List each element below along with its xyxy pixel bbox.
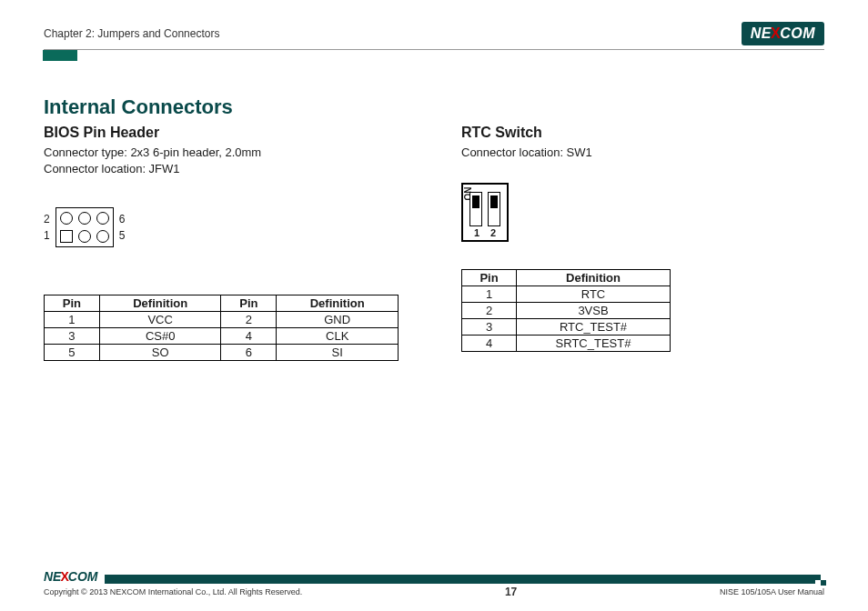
bios-desc-line2: Connector location: JFW1 — [44, 161, 407, 177]
rtc-desc: Connector location: SW1 — [461, 145, 824, 161]
bios-section: BIOS Pin Header Connector type: 2x3 6-pi… — [44, 125, 407, 361]
footer-logo: NEXCOM — [44, 569, 105, 584]
switch-num-1: 1 — [474, 227, 479, 238]
bios-desc: Connector type: 2x3 6-pin header, 2.0mm … — [44, 145, 407, 176]
pin-circle-icon — [96, 212, 109, 225]
table-row: 1 RTC — [462, 285, 671, 302]
brand-logo: NEXCOM — [742, 22, 824, 45]
pin-square-icon — [60, 230, 73, 243]
copyright-text: Copyright © 2013 NEXCOM International Co… — [44, 587, 302, 596]
rtc-switch-diagram: ON 1 2 — [461, 183, 824, 242]
pin-label-bottom-left: 1 — [44, 229, 50, 242]
manual-name: NISE 105/105A User Manual — [720, 587, 824, 596]
th-pin: Pin — [462, 269, 517, 285]
switch-num-2: 2 — [490, 227, 496, 238]
dip-switch-icon — [469, 192, 482, 226]
dip-switch-icon — [488, 192, 500, 226]
pin-label-bottom-right: 5 — [119, 229, 126, 242]
rtc-heading: RTC Switch — [461, 125, 824, 141]
page-footer: NEXCOM Copyright © 2013 NEXCOM Internati… — [44, 575, 824, 598]
table-row: 5 SO 6 SI — [45, 345, 399, 361]
brand-text-pre: NE — [751, 25, 772, 42]
table-row: 2 3VSB — [462, 302, 671, 318]
table-row: 3 RTC_TEST# — [462, 318, 671, 335]
footer-pattern-icon — [815, 575, 826, 586]
pin-circle-icon — [96, 230, 109, 243]
bios-pin-table: Pin Definition Pin Definition 1 VCC 2 GN… — [44, 295, 399, 361]
bios-desc-line1: Connector type: 2x3 6-pin header, 2.0mm — [44, 145, 407, 161]
accent-bar — [43, 50, 77, 61]
pin-circle-icon — [60, 212, 73, 225]
chapter-title: Chapter 2: Jumpers and Connectors — [44, 27, 219, 40]
table-row: 1 VCC 2 GND — [45, 312, 399, 328]
brand-text-post: COM — [780, 25, 815, 42]
page-header: Chapter 2: Jumpers and Connectors NEXCOM — [44, 22, 824, 50]
footer-bar — [44, 575, 824, 584]
page-heading: Internal Connectors — [44, 95, 824, 119]
table-row: 3 CS#0 4 CLK — [45, 328, 399, 345]
page-number: 17 — [505, 586, 517, 598]
pin-circle-icon — [78, 212, 91, 225]
th-pin: Pin — [221, 295, 277, 312]
table-row: 4 SRTC_TEST# — [462, 335, 671, 351]
pin-label-top-left: 2 — [44, 213, 50, 225]
pin-grid — [56, 207, 114, 247]
rtc-section: RTC Switch Connector location: SW1 ON 1 … — [461, 125, 824, 361]
th-pin: Pin — [45, 295, 100, 312]
th-def: Definition — [99, 295, 221, 312]
pin-circle-icon — [78, 230, 91, 243]
pin-label-top-right: 6 — [119, 213, 126, 225]
th-def: Definition — [517, 269, 671, 285]
rtc-pin-table: Pin Definition 1 RTC 2 3VSB 3 RTC_TEST# — [461, 269, 671, 352]
bios-heading: BIOS Pin Header — [44, 125, 407, 141]
th-def: Definition — [277, 295, 399, 312]
rtc-desc-line1: Connector location: SW1 — [461, 145, 824, 161]
bios-pin-diagram: 2 1 6 5 — [44, 207, 125, 247]
